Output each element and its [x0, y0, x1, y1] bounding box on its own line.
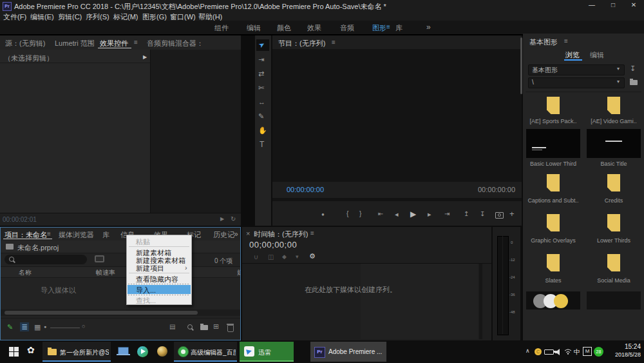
project-file-name[interactable]: 未命名.prproj	[17, 243, 59, 253]
timeline-vertical-scrollbar[interactable]	[479, 264, 482, 339]
timeline-settings-icon[interactable]: ⚙	[309, 252, 316, 260]
taskbar-app-editor[interactable]: 高级编辑器_百度经...	[174, 342, 237, 362]
search-bin-icon[interactable]	[95, 255, 104, 262]
context-menu-item-view-hidden[interactable]: 查看隐藏内容	[127, 275, 191, 284]
template-item-label[interactable]: Social Media	[583, 277, 644, 284]
tab-history[interactable]: 历史记	[213, 230, 234, 240]
menu-sequence[interactable]: 序列(S)	[86, 12, 109, 21]
template-folder-icon[interactable]	[607, 254, 620, 271]
taskbar-app-premiere[interactable]: Pr Adobe Premiere ...	[310, 342, 386, 362]
clock[interactable]: 15:24 2018/5/28	[605, 343, 641, 358]
template-item-label[interactable]: Credits	[583, 197, 644, 204]
new-bin-icon[interactable]	[200, 325, 208, 330]
template-item-label[interactable]: [AE] Sports Pack..	[523, 118, 583, 124]
template-folder-icon[interactable]	[547, 97, 560, 114]
tab-media-browser[interactable]: 媒体浏览器	[59, 230, 94, 240]
effect-controls-timecode[interactable]: 00:00:02:01	[3, 216, 37, 223]
template-item-label[interactable]: Basic Title	[583, 161, 644, 167]
tray-m-icon[interactable]: M	[583, 347, 592, 356]
install-template-icon[interactable]: ↧	[630, 64, 636, 73]
template-folder-icon[interactable]	[547, 254, 560, 271]
graphics-panel-title[interactable]: 基本图形	[529, 37, 558, 47]
menu-file[interactable]: 文件(F)	[3, 12, 26, 21]
tab-edit[interactable]: 编辑	[590, 50, 604, 60]
timeline-timecode[interactable]: 00;00;00;00	[249, 240, 297, 250]
automate-to-sequence-icon[interactable]: ▤	[169, 323, 175, 330]
slip-tool[interactable]: ↔	[258, 98, 265, 106]
menu-edit[interactable]: 编辑(E)	[30, 12, 54, 21]
workspace-tab-assembly[interactable]: 组件	[214, 23, 229, 33]
type-tool[interactable]: T	[260, 140, 264, 149]
snap-icon[interactable]: ∪	[254, 253, 258, 260]
new-item-icon[interactable]: ⊞	[213, 322, 219, 331]
template-folder-icon[interactable]	[607, 214, 620, 231]
close-panel-icon[interactable]: ×	[246, 230, 250, 237]
close-button[interactable]: ✕	[625, 1, 643, 8]
workspace-overflow[interactable]: »	[426, 23, 431, 32]
taskbar-app-thunder[interactable]: 迅雷	[240, 342, 294, 362]
writable-icon[interactable]: ✎	[7, 323, 13, 331]
template-thumbnail[interactable]	[587, 129, 641, 158]
context-menu-item-new-item[interactable]: 新建项目	[127, 264, 191, 273]
panel-menu-icon[interactable]: ≡	[310, 230, 314, 237]
horizontal-scrollbar-thumb[interactable]	[5, 311, 198, 315]
add-marker-icon[interactable]: ◆	[282, 253, 287, 260]
tab-browse[interactable]: 浏览	[565, 50, 580, 60]
template-folder-icon[interactable]	[607, 174, 620, 191]
start-button[interactable]	[9, 347, 19, 357]
workspace-tab-audio[interactable]: 音频	[340, 23, 354, 33]
workspace-tab-libraries[interactable]: 库	[395, 23, 402, 33]
step-forward-icon[interactable]: ▸	[428, 210, 431, 219]
add-panel-button[interactable]: +	[509, 209, 515, 219]
workspace-menu-icon[interactable]: ≡	[386, 23, 390, 30]
template-item-label[interactable]: Lower Thirds	[583, 237, 644, 244]
track-select-forward-tool[interactable]: ⇥	[258, 55, 264, 64]
timeline-track-area[interactable]	[361, 264, 478, 339]
menu-graphics[interactable]: 图形(G)	[142, 12, 167, 21]
workspace-tab-graphics[interactable]: 图形	[372, 23, 386, 33]
workspace-tab-editing[interactable]: 编辑	[247, 23, 261, 33]
loop-icon[interactable]: ↻	[231, 215, 236, 222]
export-frame-icon[interactable]	[495, 212, 504, 219]
column-frame-rate[interactable]: 帧速率	[96, 268, 115, 277]
play-edit-icon[interactable]: ▶	[220, 216, 224, 222]
menu-clip[interactable]: 剪辑(C)	[58, 12, 82, 21]
lift-icon[interactable]: ↥	[464, 210, 469, 217]
go-to-in-icon[interactable]: ⇤	[378, 210, 383, 217]
zoom-slider[interactable]	[50, 328, 80, 328]
timeline-title[interactable]: 时间轴：(无序列)	[254, 230, 308, 239]
program-scrollbar[interactable]	[272, 198, 522, 201]
tray-day-badge[interactable]: 28	[594, 347, 603, 357]
folder-icon[interactable]	[630, 80, 638, 85]
minimize-button[interactable]: —	[583, 1, 601, 8]
step-back-icon[interactable]: ◂	[395, 210, 399, 219]
tab-lumetri-scopes[interactable]: Lumetri 范围	[55, 39, 95, 48]
context-menu-item-import[interactable]: 导入...	[127, 286, 191, 295]
tab-audio-clip-mixer[interactable]: 音频剪辑混合器：	[147, 39, 204, 48]
mark-in-icon[interactable]: {	[346, 210, 348, 217]
template-thumbnail[interactable]	[587, 291, 641, 309]
menu-help[interactable]: 帮助(H)	[198, 12, 222, 21]
column-media-more[interactable]: 媒	[237, 268, 241, 277]
razor-tool[interactable]: ✄	[258, 84, 264, 92]
search-input[interactable]	[5, 255, 87, 264]
find-icon[interactable]	[187, 324, 193, 329]
panel-tabs-overflow[interactable]: »	[234, 230, 238, 239]
taskbar-app-player[interactable]	[134, 342, 152, 362]
template-folder-icon[interactable]	[547, 174, 560, 191]
extract-icon[interactable]: ↧	[480, 210, 485, 217]
marker-menu-caret-icon[interactable]: ▾	[296, 253, 299, 260]
template-item-label[interactable]: Basic Lower Third	[523, 161, 583, 167]
go-to-out-icon[interactable]: ⇥	[444, 210, 450, 217]
delete-icon[interactable]	[227, 325, 234, 332]
workspace-tab-color[interactable]: 颜色	[277, 23, 291, 33]
menu-window[interactable]: 窗口(W)	[170, 12, 196, 21]
pen-tool[interactable]: ✎	[258, 112, 264, 121]
template-item-label[interactable]: [AE] Video Gami..	[583, 118, 644, 124]
template-folder-icon[interactable]	[607, 97, 620, 114]
program-current-timecode[interactable]: 00:00:00:00	[287, 186, 324, 193]
panel-menu-icon[interactable]: ≡	[332, 39, 336, 46]
path-dropdown[interactable]	[528, 77, 625, 88]
tray-expand-chevron-icon[interactable]: ∧	[526, 348, 530, 354]
wifi-icon[interactable]	[564, 348, 572, 355]
